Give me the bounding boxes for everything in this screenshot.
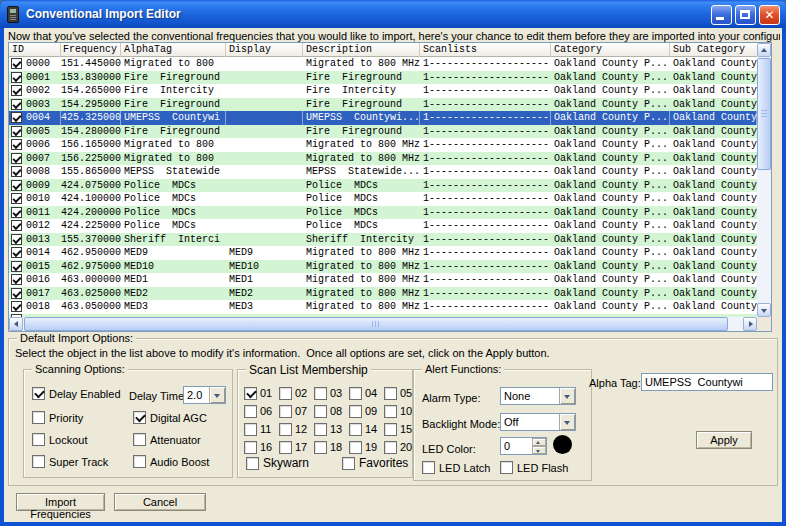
apply-button[interactable]: Apply xyxy=(696,431,752,449)
table-row[interactable]: 0017 463.025000 MED2 MED2 Migrated to 80… xyxy=(9,287,757,301)
vertical-scroll-thumb[interactable] xyxy=(757,58,771,170)
title-bar[interactable]: Conventional Import Editor ✕ xyxy=(0,0,786,28)
led-color-spinner[interactable]: 0 xyxy=(500,437,547,455)
scan-list-checkbox[interactable]: 18 xyxy=(314,438,349,456)
table-row[interactable]: 0000 151.445000 Migrated to 800 Migrated… xyxy=(9,57,757,71)
column-header-id[interactable]: ID xyxy=(9,43,61,57)
row-checkbox[interactable] xyxy=(11,261,22,272)
maximize-button[interactable] xyxy=(735,5,756,25)
table-row[interactable]: 0008 155.865000 MEPSS Statewide MEPSS St… xyxy=(9,165,757,179)
close-button[interactable]: ✕ xyxy=(759,5,780,25)
table-row[interactable]: 0012 424.225000 Police MDCs Police MDCs … xyxy=(9,219,757,233)
spin-down-button[interactable] xyxy=(532,446,546,454)
table-header: ID Frequency AlphaTag Display Descriptio… xyxy=(9,43,757,57)
alpha-tag-input[interactable]: UMEPSS Countywi xyxy=(641,373,773,391)
led-flash-checkbox[interactable]: LED Flash xyxy=(500,461,568,474)
column-header-alphatag[interactable]: AlphaTag xyxy=(121,43,226,57)
table-row[interactable]: 0007 156.225000 Migrated to 800 Migrated… xyxy=(9,152,757,166)
super-track-checkbox[interactable]: Super Track xyxy=(32,455,108,468)
minimize-button[interactable] xyxy=(711,5,732,25)
table-row[interactable]: 0009 424.075000 Police MDCs Police MDCs … xyxy=(9,179,757,193)
row-checkbox[interactable] xyxy=(11,247,22,258)
table-row[interactable]: 0003 154.295000 Fire Fireground Fire Fir… xyxy=(9,98,757,112)
scan-list-checkbox[interactable]: 19 xyxy=(349,438,384,456)
scan-list-checkbox[interactable]: 06 xyxy=(244,402,279,420)
row-checkbox[interactable] xyxy=(11,99,22,110)
table-row[interactable]: 0016 463.000000 MED1 MED1 Migrated to 80… xyxy=(9,273,757,287)
row-checkbox[interactable] xyxy=(11,112,22,123)
backlight-mode-select[interactable]: Off xyxy=(500,413,576,431)
table-row[interactable]: 0010 424.100000 Police MDCs Police MDCs … xyxy=(9,192,757,206)
column-header-scanlists[interactable]: Scanlists xyxy=(420,43,551,57)
scan-list-checkbox[interactable]: 16 xyxy=(244,438,279,456)
scan-list-checkbox[interactable]: 13 xyxy=(314,420,349,438)
scan-list-checkbox[interactable]: 09 xyxy=(349,402,384,420)
dropdown-button[interactable] xyxy=(209,387,225,403)
row-checkbox[interactable] xyxy=(11,207,22,218)
column-header-frequency[interactable]: Frequency xyxy=(61,43,121,57)
column-header-description[interactable]: Description xyxy=(303,43,420,57)
skywarn-checkbox[interactable]: Skywarn xyxy=(246,456,309,470)
scroll-up-button[interactable] xyxy=(757,43,771,57)
scan-list-checkbox[interactable]: 02 xyxy=(279,384,314,402)
row-checkbox[interactable] xyxy=(11,180,22,191)
cancel-button[interactable]: Cancel xyxy=(114,493,206,511)
table-row[interactable]: 0002 154.265000 Fire Intercity Fire Inte… xyxy=(9,84,757,98)
table-row[interactable]: 0005 154.280000 Fire Fireground Fire Fir… xyxy=(9,125,757,139)
checkbox-icon xyxy=(384,441,397,454)
row-checkbox[interactable] xyxy=(11,72,22,83)
scan-list-checkbox[interactable]: 17 xyxy=(279,438,314,456)
attenuator-checkbox[interactable]: Attenuator xyxy=(133,433,201,446)
scroll-left-button[interactable] xyxy=(9,317,23,331)
row-checkbox[interactable] xyxy=(11,139,22,150)
horizontal-scrollbar[interactable] xyxy=(9,317,757,331)
row-checkbox[interactable] xyxy=(11,126,22,137)
table-row[interactable]: 0015 462.975000 MED10 MED10 Migrated to … xyxy=(9,260,757,274)
row-checkbox[interactable] xyxy=(11,85,22,96)
scroll-down-button[interactable] xyxy=(757,303,771,317)
scan-list-checkbox[interactable]: 14 xyxy=(349,420,384,438)
alarm-type-select[interactable]: None xyxy=(500,387,576,405)
row-checkbox[interactable] xyxy=(11,220,22,231)
scan-list-checkbox[interactable]: 08 xyxy=(314,402,349,420)
row-checkbox[interactable] xyxy=(11,153,22,164)
horizontal-scroll-thumb[interactable] xyxy=(24,317,728,331)
favorites-checkbox[interactable]: Favorites xyxy=(342,456,408,470)
column-header-subcategory[interactable]: Sub Category xyxy=(670,43,757,57)
dropdown-button[interactable] xyxy=(559,388,575,404)
table-row[interactable]: 0011 424.200000 Police MDCs Police MDCs … xyxy=(9,206,757,220)
vertical-scrollbar[interactable] xyxy=(757,43,771,317)
scan-list-checkbox[interactable]: 12 xyxy=(279,420,314,438)
row-checkbox[interactable] xyxy=(11,288,22,299)
row-checkbox[interactable] xyxy=(11,301,22,312)
led-latch-checkbox[interactable]: LED Latch xyxy=(422,461,490,474)
import-frequencies-button[interactable]: Import Frequencies xyxy=(16,493,105,511)
scan-list-checkbox[interactable]: 11 xyxy=(244,420,279,438)
column-header-category[interactable]: Category xyxy=(551,43,670,57)
scan-list-checkbox[interactable]: 01 xyxy=(244,384,279,402)
row-checkbox[interactable] xyxy=(11,234,22,245)
table-row[interactable]: 0006 156.165000 Migrated to 800 Migrated… xyxy=(9,138,757,152)
column-header-display[interactable]: Display xyxy=(226,43,303,57)
table-row[interactable]: 0013 155.370000 Sheriff Interci Sheriff … xyxy=(9,233,757,247)
table-row[interactable]: 0018 463.050000 MED3 MED3 Migrated to 80… xyxy=(9,300,757,314)
delay-time-select[interactable]: 2.0 xyxy=(183,386,226,404)
digital-agc-checkbox[interactable]: Digital AGC xyxy=(133,411,207,424)
row-checkbox[interactable] xyxy=(11,274,22,285)
table-row[interactable]: 0001 153.830000 Fire Fireground Fire Fir… xyxy=(9,71,757,85)
spin-up-button[interactable] xyxy=(532,438,546,446)
lockout-checkbox[interactable]: Lockout xyxy=(32,433,88,446)
delay-enabled-checkbox[interactable]: Delay Enabled xyxy=(32,387,121,400)
table-row[interactable]: 0014 462.950000 MED9 MED9 Migrated to 80… xyxy=(9,246,757,260)
scan-list-checkbox[interactable]: 07 xyxy=(279,402,314,420)
audio-boost-checkbox[interactable]: Audio Boost xyxy=(133,455,209,468)
row-checkbox[interactable] xyxy=(11,193,22,204)
priority-checkbox[interactable]: Priority xyxy=(32,411,83,424)
table-row[interactable]: 0004 425.325000 UMEPSS Countywi UMEPSS C… xyxy=(9,111,757,125)
row-checkbox[interactable] xyxy=(11,166,22,177)
row-checkbox[interactable] xyxy=(11,58,22,69)
scroll-right-button[interactable] xyxy=(743,317,757,331)
dropdown-button[interactable] xyxy=(559,414,575,430)
scan-list-checkbox[interactable]: 04 xyxy=(349,384,384,402)
scan-list-checkbox[interactable]: 03 xyxy=(314,384,349,402)
